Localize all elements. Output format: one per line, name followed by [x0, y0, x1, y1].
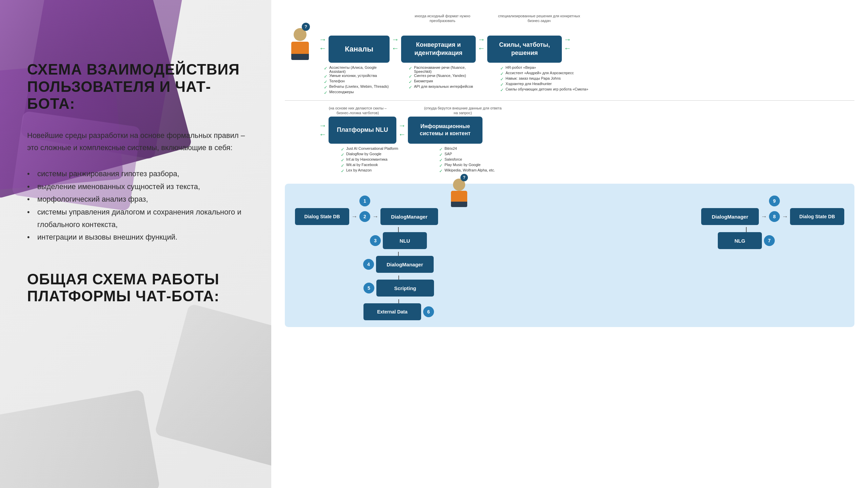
nlu-box: NLU [383, 232, 427, 249]
right-db-box: Dialog State DB [790, 208, 844, 225]
step-7: 7 [764, 235, 775, 246]
arrow-user-to-channel: → ← [319, 35, 327, 53]
ch-item: Умные колонки, устройства [329, 74, 377, 78]
flow-nlu-row: 3 NLU NLG 7 [295, 227, 844, 249]
left-db-box: Dialog State DB [295, 208, 349, 225]
step-6: 6 [423, 306, 434, 317]
note2: иногда исходный формат нужно преобразова… [402, 14, 483, 23]
bullets-list: системы ранжирования гипотез разбора, вы… [27, 167, 251, 243]
note3: специализированные решения для конкретны… [497, 14, 581, 23]
il-item: Bitrix24 [445, 146, 457, 150]
pl-item: Lex by Amazon [346, 168, 372, 172]
step-4: 4 [363, 259, 374, 270]
left-content: СХЕМА ВЗАИМОДЕЙСТВИЯ ПОЛЬЗОВАТЕЛЯ И ЧАТ-… [0, 0, 271, 325]
cv-item: Распознавание речи (Nuance, Speechkit) [414, 65, 483, 74]
flow-row-1: 1 9 [295, 190, 844, 206]
bullet-item: морфологический анализ фраз, [27, 193, 251, 205]
info-box: Информационные системы и контент [408, 117, 482, 144]
user-figure-bottom: ? [451, 179, 467, 207]
top-boxes-row: ? → ← Каналы → ← Конвертация и иденти [285, 25, 854, 63]
cv-item: Синтез речи (Nuance, Yandex) [414, 74, 466, 78]
left-dm-box: DialogManager [380, 208, 438, 225]
left-panel: СХЕМА ВЗАИМОДЕЙСТВИЯ ПОЛЬЗОВАТЕЛЯ И ЧАТ-… [0, 0, 271, 488]
skills-list: ✓HR-робот «Вера» ✓Ассистент «Андрей» для… [500, 65, 588, 95]
pl-item: Dialogflow by Google [346, 152, 381, 156]
middle-checklists: ✓Just AI Conversational Platform ✓Dialog… [324, 146, 854, 174]
section2-title: ОБЩАЯ СХЕМА РАБОТЫ ПЛАТФОРМЫ ЧАТ-БОТА: [27, 271, 251, 305]
skills-box: Скилы, чатботы, решения [487, 36, 562, 63]
section1-title: СХЕМА ВЗАИМОДЕЙСТВИЯ ПОЛЬЗОВАТЕЛЯ И ЧАТ-… [27, 61, 251, 113]
right-panel: иногда исходный формат нужно преобразова… [271, 0, 868, 488]
section1-intro: Новейшие среды разработки на основе форм… [27, 129, 251, 154]
info-list: ✓Bitrix24 ✓SAP ✓Salesforce ✓Play Music b… [439, 146, 510, 174]
ext-data-box: External Data [363, 303, 421, 320]
flow-main-row: Dialog State DB → 2 → DialogManager Dial… [295, 208, 844, 225]
top-diagram: иногда исходный формат нужно преобразова… [285, 7, 854, 177]
arrow-to-platform: → ← [319, 121, 327, 139]
right-dm-box: DialogManager [701, 208, 759, 225]
flow-scripting-row: 5 Scripting [363, 276, 844, 297]
sk-item: Хэдхантер для Headhunter [506, 82, 552, 86]
separator [285, 100, 854, 101]
channels-box: Каналы [329, 36, 390, 63]
step-9: 9 [769, 196, 780, 206]
step-1: 1 [359, 196, 370, 206]
flow-extdata-row: External Data 6 [363, 299, 844, 320]
il-item: Salesforce [445, 157, 462, 161]
bottom-flow-section: ? 1 9 Dialog State DB [285, 184, 854, 327]
step-8: 8 [769, 211, 780, 222]
il-item: Wikipedia, Wolfram Alpha, etc. [445, 168, 495, 172]
flow-dm2-row: 4 DialogManager [295, 252, 844, 273]
il-item: SAP [445, 152, 452, 156]
bullet-item: интеграции и вызовы внешних функций. [27, 231, 251, 243]
flow-area: ? 1 9 Dialog State DB [285, 184, 854, 327]
step-2: 2 [359, 211, 370, 222]
ch-item: Телефон [329, 79, 345, 83]
pl-item: Wit.ai by Facebook [346, 163, 378, 167]
step-3: 3 [370, 235, 381, 246]
il-item: Play Music by Google [445, 163, 480, 167]
mid-note-left: (на основе них делаются скилы – бизнес-л… [324, 106, 392, 116]
platform-list: ✓Just AI Conversational Platform ✓Dialog… [341, 146, 412, 174]
arrow-platform-to-info: → ← [398, 121, 406, 139]
sk-item: HR-робот «Вера» [506, 65, 536, 69]
arrow-channel-to-convert: → ← [392, 35, 399, 53]
middle-boxes-row: → ← Платформы NLU → ← Информационные сис… [285, 117, 854, 144]
pl-item: Inf.ai by Наносемантика [346, 157, 388, 161]
platform-box: Платформы NLU [329, 117, 396, 144]
bullet-item: выделение именованных сущностей из текст… [27, 180, 251, 193]
middle-notes: (на основе них делаются скилы – бизнес-л… [324, 106, 854, 116]
bullet-item: системы ранжирования гипотез разбора, [27, 167, 251, 180]
convert-box-wrapper: Конвертация и идентификация [401, 25, 476, 63]
sk-item: Навык: заказ пиццы Papa Johns [506, 76, 561, 80]
cv-item: API для визуальных интерфейсов [414, 84, 473, 88]
mid-dm-box: DialogManager [376, 256, 434, 273]
checklists-row: ✓Ассистенты (Алиса, Google Assistant) ✓У… [324, 65, 854, 95]
cv-item: Биометрия [414, 79, 433, 83]
skills-box-wrapper: Скилы, чатботы, решения [487, 25, 562, 63]
channels-box-wrapper: Каналы [329, 25, 390, 63]
convert-box: Конвертация и идентификация [401, 36, 476, 63]
ch-item: Вебчаты (Livetex, Webim, Threads) [329, 84, 389, 88]
note1 [324, 14, 388, 23]
scripting-box: Scripting [376, 280, 434, 297]
arrow-skills-end: → ← [564, 35, 571, 53]
convert-list: ✓Распознавание речи (Nuance, Speechkit) … [409, 65, 483, 95]
mid-note-right: (откуда берутся внешние данные для ответ… [422, 106, 504, 116]
channels-list: ✓Ассистенты (Алиса, Google Assistant) ✓У… [324, 65, 392, 95]
bullet-item: системы управления диалогом и сохранения… [27, 206, 251, 231]
sk-item: Скилы обучающих детских игр робота «Смел… [506, 87, 588, 91]
arrow-convert-to-skills: → ← [478, 35, 485, 53]
top-notes: иногда исходный формат нужно преобразова… [324, 14, 854, 23]
ch-item: Мессенджеры [329, 90, 354, 94]
pl-item: Just AI Conversational Platform [346, 146, 398, 150]
nlg-box: NLG [718, 232, 762, 249]
ch-item: Ассистенты (Алиса, Google Assistant) [329, 65, 392, 74]
user-figure-top: ? [285, 28, 315, 60]
sk-item: Ассистент «Андрей» для Аэроэкспресс [506, 71, 574, 75]
step-5: 5 [363, 283, 374, 293]
